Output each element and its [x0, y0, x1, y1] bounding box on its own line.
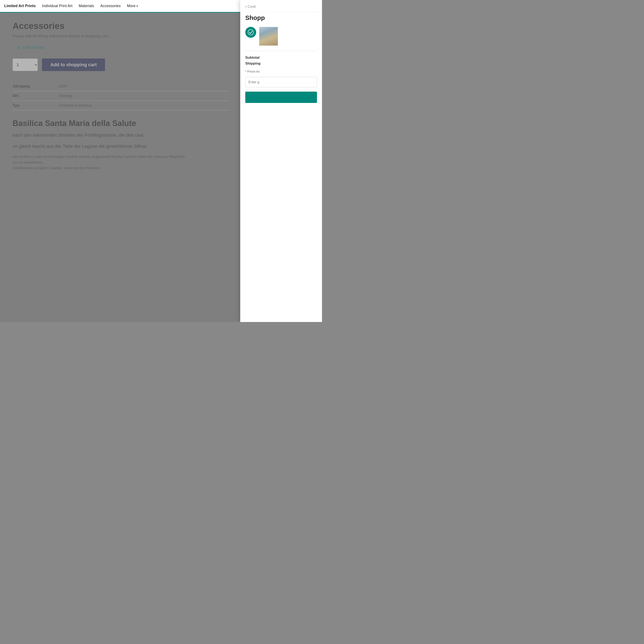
- navbar-item-accessories[interactable]: Accessories: [100, 4, 121, 8]
- cart-item-row: [240, 23, 322, 49]
- cart-divider: [245, 51, 317, 51]
- shipping-label: Shipping: [245, 61, 261, 66]
- coupon-input[interactable]: [245, 77, 317, 87]
- cart-subtotals: Subtotal Shipping: [240, 53, 322, 69]
- checkout-button[interactable]: [245, 92, 317, 103]
- subtotal-row: Subtotal: [245, 55, 317, 61]
- prices-note: * Prices inc: [240, 69, 322, 75]
- painting-image: [259, 27, 278, 45]
- chevron-left-icon: ‹: [245, 4, 247, 9]
- chevron-down-icon: ▾: [136, 4, 138, 8]
- cart-header: ‹ Conti: [240, 0, 322, 12]
- subtotal-label: Subtotal: [245, 56, 260, 60]
- svg-point-0: [248, 30, 253, 35]
- navbar-item-materials[interactable]: Materials: [79, 4, 94, 8]
- shipping-row: Shipping: [245, 61, 317, 66]
- checkmark-icon: [248, 29, 254, 35]
- navbar-item-individual-print-art[interactable]: Individual Print Art: [42, 4, 72, 8]
- cart-check-icon: [245, 27, 256, 38]
- navbar-item-more[interactable]: More ▾: [127, 4, 138, 8]
- cart-back-label: Conti: [248, 5, 256, 9]
- cart-back-button[interactable]: ‹ Conti: [245, 4, 256, 9]
- cart-panel: ‹ Conti Shopp Subtotal Shipping * Prices…: [240, 0, 322, 322]
- cart-thumbnail: [259, 27, 278, 46]
- cart-title: Shopp: [240, 12, 322, 23]
- navbar-item-limited-art-prints[interactable]: Limited Art Prints: [4, 4, 36, 8]
